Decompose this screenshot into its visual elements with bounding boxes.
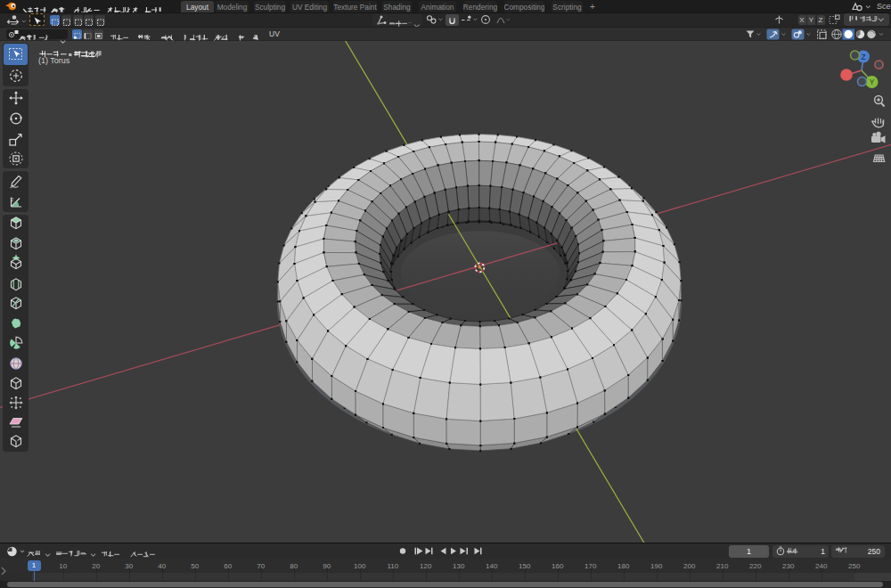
svg-text:Y: Y (870, 78, 875, 86)
svg-text:Z: Z (861, 53, 865, 61)
